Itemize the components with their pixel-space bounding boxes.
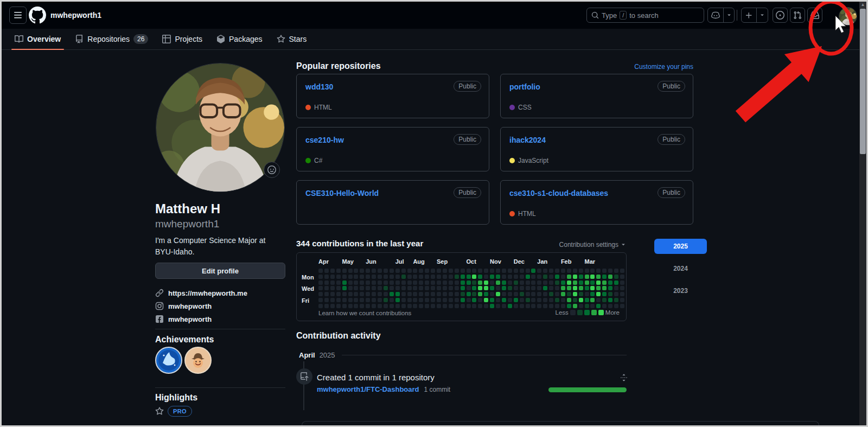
contribution-cell[interactable] <box>455 275 459 279</box>
contribution-cell[interactable] <box>443 275 447 279</box>
set-status-button[interactable] <box>264 162 280 178</box>
contribution-cell[interactable] <box>413 281 417 285</box>
contribution-cell[interactable] <box>478 269 482 273</box>
contribution-cell[interactable] <box>520 269 524 273</box>
contribution-cell[interactable] <box>608 281 612 285</box>
contribution-cell[interactable] <box>579 281 583 285</box>
contribution-cell[interactable] <box>596 304 601 308</box>
contribution-cell[interactable] <box>555 286 559 290</box>
contribution-cell[interactable] <box>543 298 547 302</box>
contribution-cell[interactable] <box>614 281 618 285</box>
tab-packages[interactable]: Packages <box>211 29 267 49</box>
contribution-cell[interactable] <box>537 292 541 296</box>
contribution-cell[interactable] <box>330 275 335 279</box>
contribution-cell[interactable] <box>330 304 335 308</box>
contribution-cell[interactable] <box>514 304 518 308</box>
contribution-cell[interactable] <box>484 304 488 308</box>
contribution-cell[interactable] <box>502 281 506 285</box>
contribution-cell[interactable] <box>407 286 412 290</box>
contribution-cell[interactable] <box>602 286 607 290</box>
contribution-cell[interactable] <box>472 298 476 302</box>
contribution-cell[interactable] <box>585 269 589 273</box>
contribution-cell[interactable] <box>590 286 595 290</box>
contribution-cell[interactable] <box>318 275 323 279</box>
contribution-cell[interactable] <box>366 281 370 285</box>
contribution-cell[interactable] <box>360 281 364 285</box>
contribution-cell[interactable] <box>348 304 353 308</box>
contribution-cell[interactable] <box>342 292 347 296</box>
contribution-cell[interactable] <box>449 286 453 290</box>
contribution-cell[interactable] <box>484 275 488 279</box>
contribution-cell[interactable] <box>531 292 535 296</box>
contribution-cell[interactable] <box>614 292 618 296</box>
contribution-cell[interactable] <box>620 281 624 285</box>
contribution-cell[interactable] <box>354 286 358 290</box>
contribution-settings-dropdown[interactable]: Contribution settings <box>486 241 627 248</box>
contribution-cell[interactable] <box>413 304 417 308</box>
contribution-cell[interactable] <box>531 304 535 308</box>
search-input[interactable]: Type / to search <box>586 8 704 23</box>
contribution-cell[interactable] <box>324 275 329 279</box>
contribution-cell[interactable] <box>372 298 376 302</box>
contribution-cell[interactable] <box>585 286 589 290</box>
contribution-cell[interactable] <box>514 298 518 302</box>
contribution-cell[interactable] <box>602 292 607 296</box>
contribution-cell[interactable] <box>614 269 618 273</box>
contribution-cell[interactable] <box>490 281 494 285</box>
contribution-cell[interactable] <box>472 275 476 279</box>
contribution-cell[interactable] <box>437 304 441 308</box>
contribution-cell[interactable] <box>461 298 465 302</box>
contribution-cell[interactable] <box>608 292 612 296</box>
repo-link[interactable]: wdd130 <box>305 82 333 91</box>
contribution-cell[interactable] <box>585 275 589 279</box>
contribution-cell[interactable] <box>354 304 358 308</box>
contribution-cell[interactable] <box>620 286 624 290</box>
tab-overview[interactable]: Overview <box>9 29 66 49</box>
contribution-cell[interactable] <box>596 286 601 290</box>
contribution-cell[interactable] <box>496 298 500 302</box>
contribution-cell[interactable] <box>425 286 429 290</box>
contribution-cell[interactable] <box>378 281 382 285</box>
contribution-cell[interactable] <box>461 281 465 285</box>
contribution-cell[interactable] <box>354 292 358 296</box>
contribution-cell[interactable] <box>372 269 376 273</box>
contribution-cell[interactable] <box>561 275 565 279</box>
contribution-cell[interactable] <box>490 304 494 308</box>
contribution-cell[interactable] <box>360 286 364 290</box>
contribution-cell[interactable] <box>360 304 364 308</box>
contribution-cell[interactable] <box>608 286 612 290</box>
user-avatar[interactable] <box>839 7 857 26</box>
contribution-cell[interactable] <box>348 286 353 290</box>
contribution-cell[interactable] <box>561 292 565 296</box>
contribution-cell[interactable] <box>413 286 417 290</box>
repo-link[interactable]: CSE310-Hello-World <box>305 189 379 197</box>
create-new-button[interactable] <box>741 8 768 23</box>
contribution-cell[interactable] <box>520 286 524 290</box>
contribution-cell[interactable] <box>390 281 394 285</box>
contribution-cell[interactable] <box>596 281 601 285</box>
contribution-cell[interactable] <box>378 269 382 273</box>
header-context-title[interactable]: mwhepworth1 <box>50 11 101 20</box>
contribution-cell[interactable] <box>567 269 571 273</box>
contribution-cell[interactable] <box>590 292 595 296</box>
contribution-cell[interactable] <box>508 281 512 285</box>
contribution-cell[interactable] <box>508 298 512 302</box>
contribution-cell[interactable] <box>437 281 441 285</box>
contribution-cell[interactable] <box>561 286 565 290</box>
contribution-cell[interactable] <box>596 275 601 279</box>
contribution-cell[interactable] <box>555 281 559 285</box>
contribution-cell[interactable] <box>573 269 577 273</box>
contribution-cell[interactable] <box>461 304 465 308</box>
contribution-cell[interactable] <box>372 275 376 279</box>
contribution-cell[interactable] <box>537 298 541 302</box>
contribution-cell[interactable] <box>395 286 400 290</box>
contribution-cell[interactable] <box>472 281 476 285</box>
contribution-cell[interactable] <box>378 304 382 308</box>
contribution-cell[interactable] <box>360 292 364 296</box>
repo-link[interactable]: cse210-hw <box>305 136 344 144</box>
contribution-cell[interactable] <box>407 304 412 308</box>
contribution-cell[interactable] <box>573 281 577 285</box>
contribution-cell[interactable] <box>590 281 595 285</box>
contribution-cell[interactable] <box>561 281 565 285</box>
contribution-cell[interactable] <box>514 292 518 296</box>
